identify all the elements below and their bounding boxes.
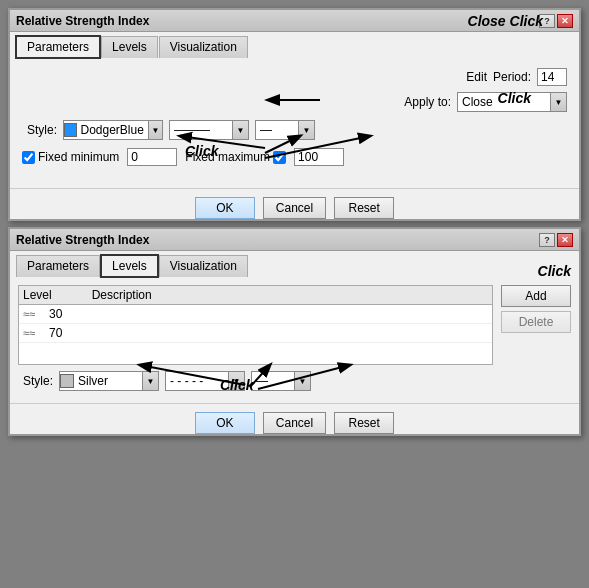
fixed-min-checkbox[interactable] [22, 151, 35, 164]
table-row[interactable]: ≈≈ 70 [19, 324, 492, 343]
levels-color-box [60, 374, 74, 388]
period-label: Period: [493, 70, 531, 84]
levels-color-name: Silver [74, 373, 142, 389]
style-width-text: — [256, 122, 298, 138]
level-value-1: 70 [49, 326, 62, 340]
add-button[interactable]: Add [501, 285, 571, 307]
style-color-box [64, 123, 77, 137]
click-add-annotation: Click [538, 263, 571, 279]
top-dialog: Relative Strength Index ? ✕ Close Click … [8, 8, 581, 221]
bottom-tab-levels[interactable]: Levels [101, 255, 158, 277]
desc-col-header: Description [92, 288, 152, 302]
levels-dash-text: - - - - - [166, 373, 228, 389]
style-color-name: DodgerBlue [77, 122, 148, 138]
apply-dropdown-arrow[interactable]: ▼ [550, 93, 566, 111]
bottom-close-button[interactable]: ✕ [557, 233, 573, 247]
levels-width-arrow[interactable]: ▼ [294, 372, 310, 390]
levels-color-arrow[interactable]: ▼ [142, 372, 158, 390]
style-dash-dropdown[interactable]: ——— ▼ [169, 120, 249, 140]
top-titlebar: Relative Strength Index ? ✕ [10, 10, 579, 32]
apply-label: Apply to: [404, 95, 451, 109]
apply-row: Apply to: Close ▼ [22, 92, 567, 112]
bottom-dialog-title: Relative Strength Index [16, 233, 149, 247]
top-cancel-button[interactable]: Cancel [263, 197, 326, 219]
tab-parameters[interactable]: Parameters [16, 36, 100, 58]
levels-width-text: — [252, 373, 294, 389]
bottom-dialog: Relative Strength Index ? ✕ Parameters L… [8, 227, 581, 436]
bottom-tabs-row: Parameters Levels Visualization [10, 251, 579, 277]
fixed-min-input[interactable] [127, 148, 177, 166]
click-levels-style-annotation: Click [220, 377, 253, 393]
table-row[interactable]: ≈≈ 30 [19, 305, 492, 324]
bottom-titlebar: Relative Strength Index ? ✕ [10, 229, 579, 251]
fixed-min-label: Fixed minimum [22, 150, 119, 164]
click-apply-annotation: Click [498, 90, 531, 106]
levels-width-dropdown[interactable]: — ▼ [251, 371, 311, 391]
top-tabs-row: Parameters Levels Visualization [10, 32, 579, 58]
level-icon-1: ≈≈ [23, 327, 35, 339]
bottom-titlebar-buttons: ? ✕ [539, 233, 573, 247]
style-dash-text: ——— [170, 122, 232, 138]
style-label: Style: [22, 123, 57, 137]
levels-actions: Click Add Delete [501, 285, 571, 365]
edit-label: Edit [466, 70, 487, 84]
help-button[interactable]: ? [539, 14, 555, 28]
style-dash-arrow[interactable]: ▼ [232, 121, 248, 139]
style-color-arrow[interactable]: ▼ [148, 121, 162, 139]
levels-style-row: Style: Silver ▼ - - - - - ▼ — ▼ [18, 371, 571, 391]
bottom-tab-visualization[interactable]: Visualization [159, 255, 248, 277]
period-section: Edit Period: [22, 68, 567, 86]
top-reset-button[interactable]: Reset [334, 197, 394, 219]
bottom-help-button[interactable]: ? [539, 233, 555, 247]
level-value-0: 30 [49, 307, 62, 321]
tab-levels[interactable]: Levels [101, 36, 158, 58]
bottom-dialog-body: Level Description ≈≈ 30 ≈≈ 70 Click [10, 277, 579, 399]
top-titlebar-buttons: ? ✕ [539, 14, 573, 28]
level-col-header: Level [23, 288, 52, 302]
levels-style-label: Style: [18, 374, 53, 388]
delete-button: Delete [501, 311, 571, 333]
levels-split: Level Description ≈≈ 30 ≈≈ 70 Click [18, 285, 571, 365]
top-dialog-title: Relative Strength Index [16, 14, 149, 28]
bottom-ok-button[interactable]: OK [195, 412, 255, 434]
fixed-max-checkbox[interactable] [273, 151, 286, 164]
close-button[interactable]: ✕ [557, 14, 573, 28]
style-width-arrow[interactable]: ▼ [298, 121, 314, 139]
levels-style-color-dropdown[interactable]: Silver ▼ [59, 371, 159, 391]
style-row: Style: DodgerBlue ▼ ——— ▼ — ▼ [22, 120, 567, 140]
top-dialog-body: Edit Period: Apply to: Close ▼ Style: Do… [10, 58, 579, 184]
bottom-cancel-button[interactable]: Cancel [263, 412, 326, 434]
tab-visualization[interactable]: Visualization [159, 36, 248, 58]
top-ok-button[interactable]: OK [195, 197, 255, 219]
style-color-dropdown[interactable]: DodgerBlue ▼ [63, 120, 163, 140]
bottom-tab-parameters[interactable]: Parameters [16, 255, 100, 277]
period-input[interactable] [537, 68, 567, 86]
levels-table: Level Description ≈≈ 30 ≈≈ 70 [18, 285, 493, 365]
click-style-annotation: Click [185, 143, 218, 159]
level-icon-0: ≈≈ [23, 308, 35, 320]
bottom-btn-row: OK Cancel Reset [10, 403, 579, 434]
top-btn-row: OK Cancel Reset [10, 188, 579, 219]
levels-header: Level Description [19, 286, 492, 305]
style-width-dropdown[interactable]: — ▼ [255, 120, 315, 140]
bottom-reset-button[interactable]: Reset [334, 412, 394, 434]
minmax-row: Fixed minimum Fixed maximum [22, 148, 567, 166]
fixed-max-input[interactable] [294, 148, 344, 166]
